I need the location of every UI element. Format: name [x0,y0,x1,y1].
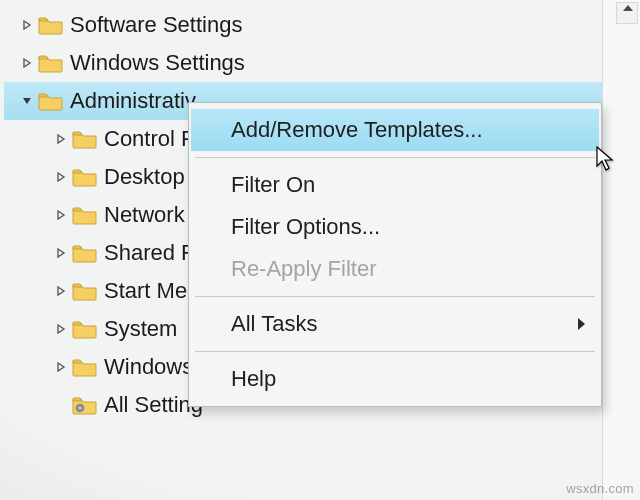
menu-item-all-tasks[interactable]: All Tasks [191,303,599,345]
caret-right-icon[interactable] [52,244,70,262]
tree-item-label: Administrativ [70,82,196,120]
scroll-up-arrow-icon[interactable] [623,5,633,11]
menu-item-filter-on[interactable]: Filter On [191,164,599,206]
folder-icon [72,280,98,302]
folder-icon [72,204,98,226]
context-menu: Add/Remove Templates... Filter On Filter… [188,102,602,407]
menu-separator [195,296,595,297]
menu-item-label: Help [231,366,276,391]
tree-item-label: Start Mer [104,272,194,310]
vertical-scrollbar[interactable] [602,0,640,500]
watermark-text: wsxdn.com [566,481,634,496]
tree-item-label: Desktop [104,158,185,196]
menu-item-label: Re-Apply Filter [231,256,376,281]
menu-item-label: Filter Options... [231,214,380,239]
folder-icon [72,242,98,264]
tree-item-label: System [104,310,177,348]
folder-icon [38,52,64,74]
svg-point-1 [78,406,81,409]
caret-right-icon[interactable] [52,320,70,338]
caret-right-icon[interactable] [52,358,70,376]
tree-item-software-settings[interactable]: Software Settings [4,6,640,44]
menu-separator [195,351,595,352]
tree-item-label: Windows [104,348,193,386]
caret-down-icon[interactable] [18,92,36,110]
tree-item-label: Control P [104,120,196,158]
menu-item-help[interactable]: Help [191,358,599,400]
tree-item-label: Windows Settings [70,44,245,82]
folder-icon [72,356,98,378]
menu-item-label: All Tasks [231,311,317,336]
caret-right-icon[interactable] [52,282,70,300]
folder-icon [72,318,98,340]
caret-none [52,396,70,414]
menu-separator [195,157,595,158]
folder-icon [38,14,64,36]
caret-right-icon[interactable] [18,54,36,72]
submenu-arrow-icon [578,318,585,330]
settings-folder-icon [72,394,98,416]
menu-item-reapply-filter: Re-Apply Filter [191,248,599,290]
tree-item-label: Software Settings [70,6,242,44]
menu-item-filter-options[interactable]: Filter Options... [191,206,599,248]
caret-right-icon[interactable] [52,130,70,148]
caret-right-icon[interactable] [52,206,70,224]
tree-item-label: Network [104,196,185,234]
menu-item-label: Filter On [231,172,315,197]
folder-icon [72,166,98,188]
folder-icon [72,128,98,150]
menu-item-add-remove-templates[interactable]: Add/Remove Templates... [191,109,599,151]
caret-right-icon[interactable] [18,16,36,34]
folder-icon [38,90,64,112]
caret-right-icon[interactable] [52,168,70,186]
menu-item-label: Add/Remove Templates... [231,117,483,142]
tree-item-windows-settings[interactable]: Windows Settings [4,44,640,82]
